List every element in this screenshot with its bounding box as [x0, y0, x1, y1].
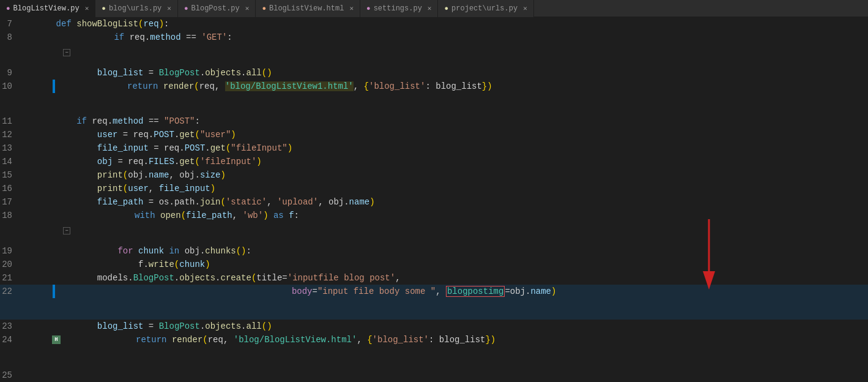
- fold-icon-8[interactable]: −: [63, 49, 70, 56]
- tab-project-urls[interactable]: ● project\urls.py ✕: [438, 0, 533, 17]
- tab-bloglistview-py[interactable]: ● BlogListView.py ✕: [0, 0, 95, 17]
- tab-blog-urls[interactable]: ● blog\urls.py ✕: [95, 0, 178, 17]
- line-content-21: models.BlogPost.objects.create(title='in…: [33, 271, 401, 285]
- code-line-14: 14 obj = req.FILES.get('fileInput'): [0, 155, 868, 168]
- tab-label-blogurlspy: blog\urls.py: [109, 4, 161, 13]
- tab-bloglistview-html[interactable]: ● BlogListView.html ✕: [256, 0, 360, 17]
- tab-label-bloglistview: BlogListView.py: [13, 4, 80, 13]
- tab-label-settings: settings.py: [374, 4, 422, 13]
- line-number-19: 19: [0, 244, 22, 258]
- line-number-25: 25: [0, 369, 22, 382]
- line-content-20: f.write(chunk): [33, 258, 210, 271]
- code-line-21: 21 models.BlogPost.objects.create(title=…: [0, 271, 868, 285]
- line-content-22: body="input file body some ", blogpostim…: [63, 285, 556, 320]
- code-line-11: 11 if req.method == "POST":: [0, 114, 868, 128]
- tab-close-settings[interactable]: ✕: [428, 4, 432, 12]
- fold-icon-18[interactable]: −: [63, 227, 70, 234]
- line-content-23: blog_list = BlogPost.objects.all(): [33, 320, 272, 333]
- gutter-22: [22, 285, 63, 320]
- code-editor[interactable]: 7 def showBlogList(req): 8 − if req.meth…: [0, 17, 868, 382]
- line-content-13: file_input = req.POST.get("fileInput"): [33, 141, 292, 155]
- line-content-10: return render(req, 'blog/BlogListView1.h…: [63, 80, 492, 115]
- gutter-20: [22, 258, 33, 271]
- line-content-18: with open(file_path, 'wb') as f:: [70, 209, 299, 244]
- line-content-17: file_path = os.path.join('static', 'uplo…: [33, 195, 375, 209]
- code-line-23: 23 blog_list = BlogPost.objects.all(): [0, 320, 868, 333]
- tab-icon-bloglistviewhtml: ●: [262, 5, 266, 12]
- tab-bar: ● BlogListView.py ✕ ● blog\urls.py ✕ ● B…: [0, 0, 868, 17]
- gutter-8: −: [22, 31, 70, 66]
- line-number-23: 23: [0, 320, 22, 333]
- tab-icon-blogpost: ●: [184, 5, 188, 12]
- gutter-25: [22, 369, 33, 382]
- line-number-20: 20: [0, 258, 22, 271]
- tab-label-projecturls: project\urls.py: [451, 4, 517, 13]
- code-line-24: 24 H return render(req, 'blog/BlogListVi…: [0, 333, 868, 369]
- tab-close-blogpost[interactable]: ✕: [245, 4, 250, 12]
- tab-label-blogpost: BlogPost.py: [191, 4, 240, 13]
- gutter-15: [22, 168, 33, 182]
- code-line-18: 18 − with open(file_path, 'wb') as f:: [0, 209, 868, 244]
- gutter-9: [22, 66, 33, 80]
- line-number-18: 18: [0, 209, 22, 244]
- code-line-12: 12 user = req.POST.get("user"): [0, 128, 868, 141]
- line-number-15: 15: [0, 168, 22, 182]
- gutter-12: [22, 128, 33, 141]
- line-content-12: user = req.POST.get("user"): [33, 128, 236, 141]
- tab-icon-projecturls: ●: [444, 5, 448, 12]
- line-content-11: if req.method == "POST":: [33, 114, 200, 128]
- tab-close-blogurlspy[interactable]: ✕: [167, 4, 171, 12]
- line-number-11: 11: [0, 114, 22, 128]
- line-number-17: 17: [0, 195, 22, 209]
- gutter-13: [22, 141, 33, 155]
- line-content-15: print(obj.name, obj.size): [33, 168, 226, 182]
- gutter-10: [22, 80, 63, 115]
- code-line-13: 13 file_input = req.POST.get("fileInput"…: [0, 141, 868, 155]
- code-line-25: 25: [0, 369, 868, 382]
- gutter-23: [22, 320, 33, 333]
- gutter-11: [22, 114, 33, 128]
- line-content-7: def showBlogList(req):: [33, 17, 169, 31]
- line-number-21: 21: [0, 271, 22, 285]
- line-number-10: 10: [0, 80, 22, 115]
- gutter-14: [22, 155, 33, 168]
- code-line-9: 9 blog_list = BlogPost.objects.all(): [0, 66, 868, 80]
- line-number-14: 14: [0, 155, 22, 168]
- line-number-22: 22: [0, 285, 22, 320]
- line-content-25: [33, 369, 40, 382]
- line-content-19: for chunk in obj.chunks():: [33, 244, 251, 258]
- gutter-16: [22, 182, 33, 195]
- tab-settings[interactable]: ● settings.py ✕: [360, 0, 438, 17]
- tab-close-projecturls[interactable]: ✕: [523, 4, 527, 12]
- line-number-8: 8: [0, 31, 22, 66]
- code-line-22: 22 body="input file body some ", blogpos…: [0, 285, 868, 320]
- tab-icon-blogurlspy: ●: [102, 5, 106, 12]
- code-line-20: 20 f.write(chunk): [0, 258, 868, 271]
- line-content-24: return render(req, 'blog/BlogListView.ht…: [63, 333, 495, 369]
- tab-icon-bloglistview: ●: [6, 5, 10, 12]
- line-number-7: 7: [0, 17, 22, 31]
- line-number-9: 9: [0, 66, 22, 80]
- tab-close-bloglistviewhtml[interactable]: ✕: [349, 4, 354, 12]
- code-line-17: 17 file_path = os.path.join('static', 'u…: [0, 195, 868, 209]
- code-line-8: 8 − if req.method == 'GET':: [0, 31, 868, 66]
- tab-icon-settings: ●: [366, 5, 371, 12]
- code-line-10: 10 return render(req, 'blog/BlogListView…: [0, 80, 868, 115]
- tab-close-bloglistview[interactable]: ✕: [85, 4, 89, 12]
- line-number-12: 12: [0, 128, 22, 141]
- gutter-18: −: [22, 209, 70, 244]
- gutter-19: [22, 244, 33, 258]
- code-line-16: 16 print(user, file_input): [0, 182, 868, 195]
- code-line-19: 19 for chunk in obj.chunks():: [0, 244, 868, 258]
- code-line-7: 7 def showBlogList(req):: [0, 17, 868, 31]
- gutter-21: [22, 271, 33, 285]
- line-content-16: print(user, file_input): [33, 182, 215, 195]
- line-number-13: 13: [0, 141, 22, 155]
- gutter-24: H: [22, 333, 63, 369]
- line-number-16: 16: [0, 182, 22, 195]
- tab-blogpost[interactable]: ● BlogPost.py ✕: [178, 0, 256, 17]
- line-content-9: blog_list = BlogPost.objects.all(): [33, 66, 272, 80]
- line-content-14: obj = req.FILES.get('fileInput'): [33, 155, 262, 168]
- editor-wrapper: 7 def showBlogList(req): 8 − if req.meth…: [0, 17, 868, 382]
- gutter-17: [22, 195, 33, 209]
